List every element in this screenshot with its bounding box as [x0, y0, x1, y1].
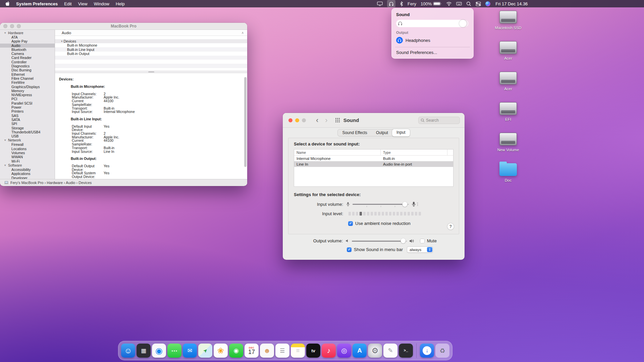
sidebar-item[interactable]: Card Reader — [0, 56, 55, 60]
dock-icon-mail[interactable]: ✉ — [183, 344, 197, 358]
show-all-grid-button[interactable] — [335, 118, 340, 123]
desktop-icon[interactable]: Acer — [492, 72, 524, 94]
dock-icon-reminders[interactable]: ☰ — [275, 344, 289, 358]
menubar-mode-dropdown[interactable]: always ▲▼ — [407, 246, 433, 253]
device-row[interactable]: Built-in Line Input — [55, 48, 247, 52]
sidebar-item[interactable]: Wi-Fi — [0, 159, 55, 163]
desktop-icon[interactable]: Macintosh SSD — [492, 11, 524, 33]
menu-item[interactable]: Edit — [64, 1, 71, 6]
sidebar-item[interactable]: Controller — [0, 60, 55, 64]
tab[interactable]: Input — [392, 129, 410, 136]
dock-icon-terminal[interactable]: >_ — [399, 344, 413, 358]
menu-item[interactable]: View — [78, 1, 88, 6]
sidebar-item[interactable]: NVMExpress — [0, 93, 55, 97]
dock-icon-podcasts[interactable]: ◎ — [337, 344, 351, 358]
slider-knob[interactable] — [402, 202, 408, 207]
menu-clock[interactable]: Fri 17 Dec 14.36 — [495, 1, 528, 6]
menu-app-name[interactable]: System Preferences — [16, 1, 58, 6]
column-header-type[interactable]: Type — [381, 149, 447, 155]
desktop-icon[interactable]: New Volume — [492, 133, 524, 155]
sidebar-item[interactable]: Printers — [0, 109, 55, 113]
sidebar-item[interactable]: WWAN — [0, 155, 55, 159]
sidebar-item[interactable]: USB — [0, 134, 55, 138]
desktop-icon[interactable]: EFI — [492, 102, 524, 124]
sidebar-item[interactable]: Accessibility — [0, 168, 55, 172]
sidebar-item[interactable]: Volumes — [0, 151, 55, 155]
apple-menu[interactable] — [5, 0, 10, 7]
dock-icon-trash[interactable]: ♻ — [435, 344, 449, 358]
input-volume-slider[interactable] — [353, 202, 409, 207]
sidebar-item[interactable]: Bluetooth — [0, 48, 55, 52]
wifi-menu-extra[interactable] — [446, 0, 452, 7]
control-center-menu-extra[interactable] — [476, 0, 481, 7]
sidebar-item[interactable]: Graphics/Displays — [0, 85, 55, 89]
dock-icon-music[interactable]: ♪ — [322, 344, 336, 358]
dock-icon-messages[interactable]: ⋯ — [167, 344, 181, 358]
sidebar-item[interactable]: Locations — [0, 147, 55, 151]
mute-checkbox[interactable] — [420, 239, 425, 243]
dock-icon-system-preferences[interactable]: ⚙ — [368, 344, 382, 358]
sound-menu-extra[interactable] — [387, 0, 395, 7]
scrollbar-thumb[interactable] — [244, 77, 247, 167]
sidebar-item[interactable]: Parallel SCSI — [0, 101, 55, 105]
ambient-noise-checkbox[interactable] — [348, 221, 353, 226]
sidebar-item[interactable]: Firewall — [0, 142, 55, 146]
sidebar-item[interactable]: Fibre Channel — [0, 76, 55, 80]
sidebar-item[interactable]: Camera — [0, 52, 55, 56]
pane-splitter[interactable] — [55, 71, 247, 73]
popover-output-device[interactable]: Headphones — [396, 37, 469, 44]
sidebar-item[interactable]: Applications — [0, 172, 55, 176]
table-row[interactable]: Internal Microphone Built-in — [294, 156, 453, 161]
dock-icon-calendar[interactable]: DEC 17 — [245, 344, 259, 358]
screen-mirroring-menu-extra[interactable] — [377, 0, 383, 7]
bluetooth-menu-extra[interactable] — [400, 0, 403, 7]
forward-button[interactable]: › — [323, 117, 329, 124]
content-section-header[interactable]: Audio ∧ — [55, 30, 247, 36]
collapse-chevron-icon[interactable]: ∧ — [241, 31, 244, 35]
sidebar-item[interactable]: Ethernet — [0, 72, 55, 76]
siri-menu-extra[interactable] — [485, 0, 490, 7]
sidebar-item[interactable]: Storage — [0, 126, 55, 130]
dock-icon-maps[interactable]: ➤ — [198, 344, 212, 358]
sidebar-item[interactable]: Audio — [0, 44, 55, 48]
sound-preferences-link[interactable]: Sound Preferences... — [396, 50, 469, 55]
slider-knob[interactable] — [400, 238, 406, 243]
dock-icon-notes[interactable]: ≡ — [291, 344, 305, 358]
search-input[interactable] — [426, 118, 456, 123]
dock-icon-tv[interactable]: tv — [306, 344, 320, 358]
breadcrumb[interactable]: Fery's MacBook Pro › Hardware › Audio › … — [10, 181, 92, 185]
sidebar-item[interactable]: PCI — [0, 97, 55, 101]
device-row[interactable]: Built-in Microphone — [55, 43, 247, 47]
help-button[interactable]: ? — [447, 223, 454, 230]
tab[interactable]: Sound Effects — [338, 129, 372, 136]
sidebar-item[interactable]: Disc Burning — [0, 68, 55, 72]
search-field[interactable] — [418, 117, 460, 124]
sidebar-item[interactable]: SATA — [0, 118, 55, 122]
keyboard-input-menu-extra[interactable] — [456, 0, 462, 7]
dock-icon-safari[interactable]: ◉ — [152, 344, 166, 358]
popover-volume-slider[interactable] — [396, 20, 469, 27]
desktop-icon[interactable]: Acer — [492, 41, 524, 63]
sidebar-group-hardware[interactable]: ▾ Hardware — [0, 31, 55, 35]
sidebar-item[interactable]: FireWire — [0, 80, 55, 84]
sidebar-item[interactable]: Thunderbolt/USB4 — [0, 130, 55, 134]
menu-item[interactable]: Window — [94, 1, 109, 6]
sidebar-item[interactable]: Developer — [0, 176, 55, 179]
sidebar-group-software[interactable]: ▾ Software — [0, 163, 55, 168]
sidebar-item[interactable]: Power — [0, 105, 55, 109]
tab[interactable]: Output — [372, 129, 392, 136]
dock-icon-launchpad[interactable]: ▦ — [137, 344, 151, 358]
back-button[interactable]: ‹ — [314, 117, 320, 124]
desktop-icon[interactable]: Doc — [492, 163, 524, 185]
dock-icon-finder[interactable]: ☺ — [121, 344, 135, 358]
battery-menu-extra[interactable]: 100% — [421, 0, 442, 7]
sidebar-item[interactable]: Apple Pay — [0, 39, 55, 43]
dock-icon-facetime[interactable]: ◉ — [229, 344, 243, 358]
zoom-button[interactable] — [302, 118, 306, 122]
devices-group-row[interactable]: ▾ Devices — [55, 39, 247, 43]
sidebar-group-network[interactable]: ▾ Network — [0, 138, 55, 142]
sidebar-item[interactable]: Diagnostics — [0, 64, 55, 68]
menu-username[interactable]: Fery — [408, 1, 416, 6]
sidebar-item[interactable]: SPI — [0, 122, 55, 126]
table-row[interactable]: Line In Audio line-in port — [294, 161, 453, 167]
